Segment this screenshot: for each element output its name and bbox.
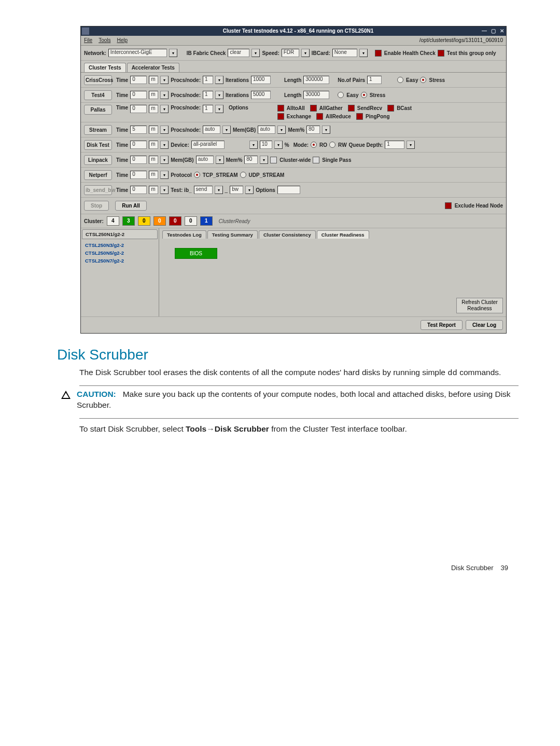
network-input[interactable]: Interconnect-GigE (108, 49, 167, 57)
ibcard-dropdown[interactable] (359, 49, 368, 57)
speed-label: Speed: (262, 50, 279, 56)
pallas-sendrecv[interactable]: SendRecv (348, 105, 382, 112)
tab-accelerator-tests[interactable]: Accelerator Tests (127, 63, 179, 72)
divider (79, 385, 519, 386)
crisscross-iter[interactable]: 1000 (251, 76, 271, 84)
minimize-icon[interactable]: — (482, 26, 487, 36)
network-toolbar: Network: Interconnect-GigE IB Fabric Che… (81, 46, 506, 61)
pallas-bcast[interactable]: BCast (387, 105, 412, 112)
ibsend-button[interactable]: ib_send_bw (84, 185, 112, 195)
ibfabric-label: IB Fabric Check (187, 50, 226, 56)
ibfabric-input[interactable]: clear (228, 49, 249, 57)
subtab-readiness[interactable]: Cluster Readiness (317, 230, 369, 239)
refresh-cluster-readiness[interactable]: Refresh Cluster Readiness (456, 298, 503, 313)
node-item[interactable]: CTSL250N3/g2-2 (85, 241, 155, 249)
network-label: Network: (84, 50, 106, 56)
cluster-count-0d: 0 (185, 216, 197, 226)
ibfabric-dropdown[interactable] (251, 49, 260, 57)
tab-cluster-tests[interactable]: Cluster Tests (84, 63, 126, 72)
cluster-status-row: Cluster: 4 3 0 0 0 0 1 ClusterReady (81, 214, 506, 228)
result-tabs: Testnodes Log Testing Summary Cluster Co… (159, 228, 506, 239)
netperf-tcp[interactable]: TCP_STREAM (194, 172, 238, 178)
close-icon[interactable]: ✕ (500, 26, 504, 36)
row-stream: Stream Time 5 m Procs/node: auto Mem(GB)… (81, 122, 506, 137)
row-ibsend: ib_send_bw Time 0 m Test: ib_ send _ bw … (81, 183, 506, 198)
pallas-pingpong[interactable]: PingPong (356, 113, 390, 120)
speed-dropdown[interactable] (301, 49, 310, 57)
page-footer: Disk Scrubber 39 (41, 564, 508, 572)
run-row: Stop Run All Exclude Head Node (81, 198, 506, 214)
section-intro: The Disk Scrubber tool erases the disk c… (79, 367, 519, 378)
node-top[interactable]: CTSL250N1/g2-2 (82, 229, 158, 239)
pallas-exchange[interactable]: Exchange (277, 113, 311, 120)
node-item[interactable]: CTSL250N5/g2-2 (85, 249, 155, 257)
pallas-allreduce[interactable]: AllReduce (316, 113, 351, 120)
clear-log-button[interactable]: Clear Log (466, 320, 503, 330)
crisscross-easy[interactable]: Easy (397, 77, 418, 83)
lower-panel: CTSL250N1/g2-2 CTSL250N3/g2-2 CTSL250N5/… (81, 228, 506, 317)
menu-help[interactable]: Help (117, 36, 128, 45)
app-window: Cluster Test testnodes v4.12 - x86_64 ru… (80, 26, 507, 334)
clusterready-legend: ClusterReady (216, 218, 250, 224)
crisscross-stress[interactable]: Stress (420, 77, 445, 83)
menubar: File Tools Help /opt/clustertest/logs/13… (81, 36, 506, 46)
menu-file[interactable]: File (84, 36, 92, 45)
pallas-button[interactable]: Pallas (84, 105, 112, 115)
netperf-udp[interactable]: UDP_STREAM (240, 172, 285, 178)
linpack-singlepass[interactable]: Single Pass (313, 157, 351, 163)
caution-text: Make sure you back up the contents of yo… (77, 390, 511, 409)
ibcard-label: IBCard: (312, 50, 330, 56)
crisscross-procs[interactable]: 1 (203, 76, 213, 84)
row-linpack: Linpack Time 0 m Mem(GB) auto Mem% 80 Cl… (81, 153, 506, 168)
bios-button[interactable]: BIOS (175, 248, 217, 259)
subtab-summary[interactable]: Testing Summary (207, 230, 258, 239)
titlebar: Cluster Test testnodes v4.12 - x86_64 ru… (81, 26, 506, 36)
results-panel: Testnodes Log Testing Summary Cluster Co… (159, 228, 506, 316)
disktest-button[interactable]: Disk Test (84, 140, 112, 150)
test4-stress[interactable]: Stress (361, 92, 386, 98)
test-report-button[interactable]: Test Report (421, 320, 463, 330)
netperf-button[interactable]: Netperf (84, 170, 112, 180)
row-pallas: Pallas Time 0 m Procs/node: 1 Options Al… (81, 103, 506, 122)
cluster-count-0c: 0 (169, 216, 181, 226)
checkbox-icon (375, 50, 382, 57)
runall-button[interactable]: Run All (115, 201, 147, 211)
node-item[interactable]: CTSL250N7/g2-2 (85, 257, 155, 265)
stop-button[interactable]: Stop (84, 201, 109, 211)
pallas-alltoall[interactable]: AlltoAll (277, 105, 305, 112)
maximize-icon[interactable]: ▢ (491, 26, 496, 36)
crisscross-nopairs[interactable]: 1 (367, 76, 382, 84)
crisscross-length[interactable]: 300000 (303, 76, 329, 84)
network-dropdown[interactable] (169, 49, 177, 57)
menu-tools[interactable]: Tools (99, 36, 110, 45)
test-group-only[interactable]: Test this group only (438, 50, 496, 57)
speed-input[interactable]: FDR (282, 49, 299, 57)
crisscross-button[interactable]: CrissCross (84, 75, 112, 85)
linpack-button[interactable]: Linpack (84, 155, 112, 165)
chevron-down-icon[interactable] (160, 76, 169, 84)
stream-button[interactable]: Stream (84, 125, 112, 135)
caution-block: CAUTION: Make sure you back up the conte… (57, 389, 519, 411)
row-crisscross: CrissCross Time 0 m Procs/node: 1 Iterat… (81, 73, 506, 88)
divider (79, 418, 519, 419)
test4-easy[interactable]: Easy (338, 92, 358, 98)
cluster-count-0a: 0 (138, 216, 150, 226)
exclude-head-node[interactable]: Exclude Head Node (445, 202, 503, 209)
window-title: Cluster Test testnodes v4.12 - x86_64 ru… (223, 28, 373, 34)
ibcard-input[interactable]: None (332, 49, 357, 57)
subtab-consistency[interactable]: Cluster Consistency (259, 230, 316, 239)
checkbox-icon (438, 50, 444, 57)
disktest-ro[interactable]: RO (311, 142, 327, 148)
subtab-log[interactable]: Testnodes Log (162, 230, 206, 239)
linpack-clusterwide[interactable]: Cluster-wide (270, 157, 311, 163)
pallas-allgather[interactable]: AllGather (310, 105, 343, 112)
enable-health-check[interactable]: Enable Health Check (375, 50, 436, 57)
test4-button[interactable]: Test4 (84, 90, 112, 100)
row-disktest: Disk Test Time 0 m Device: all-parallel … (81, 137, 506, 153)
section-start: To start Disk Scrubber, select Tools→Dis… (79, 424, 519, 434)
disktest-rw[interactable]: RW (329, 142, 346, 148)
chevron-down-icon[interactable] (215, 76, 223, 84)
main-tabs: Cluster Tests Accelerator Tests (81, 61, 506, 73)
crisscross-time[interactable]: 0 (130, 76, 147, 84)
caution-label: CAUTION: (77, 390, 116, 398)
